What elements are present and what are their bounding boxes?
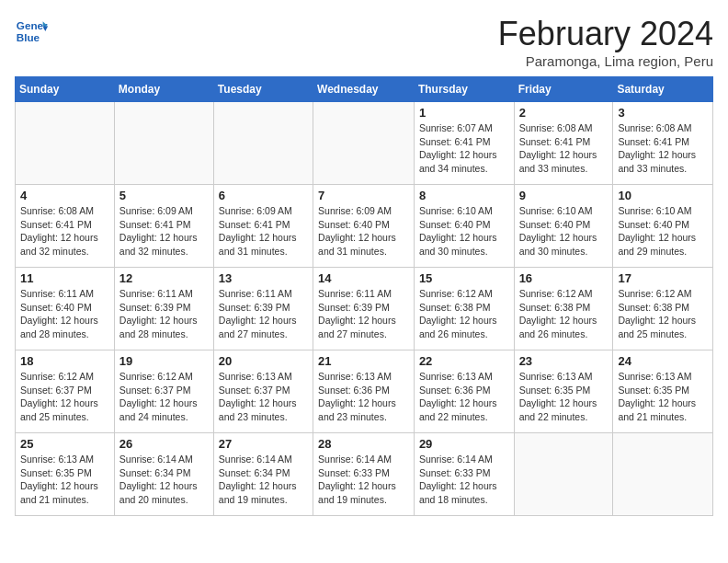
day-info: Sunrise: 6:10 AM Sunset: 6:40 PM Dayligh… <box>618 204 708 259</box>
day-number: 27 <box>219 437 308 451</box>
calendar-cell: 6Sunrise: 6:09 AM Sunset: 6:41 PM Daylig… <box>213 185 313 268</box>
calendar-cell <box>114 102 213 185</box>
day-number: 21 <box>318 354 409 368</box>
calendar-cell: 21Sunrise: 6:13 AM Sunset: 6:36 PM Dayli… <box>313 350 415 433</box>
calendar-cell: 5Sunrise: 6:09 AM Sunset: 6:41 PM Daylig… <box>114 185 213 268</box>
calendar-cell: 17Sunrise: 6:12 AM Sunset: 6:38 PM Dayli… <box>613 268 713 350</box>
day-number: 7 <box>318 189 409 202</box>
day-number: 20 <box>219 354 308 368</box>
day-number: 11 <box>20 271 109 285</box>
day-number: 10 <box>618 189 708 202</box>
calendar-cell: 2Sunrise: 6:08 AM Sunset: 6:41 PM Daylig… <box>514 102 613 185</box>
day-number: 28 <box>318 437 409 451</box>
calendar-cell: 28Sunrise: 6:14 AM Sunset: 6:33 PM Dayli… <box>313 433 415 516</box>
calendar-cell: 15Sunrise: 6:12 AM Sunset: 6:38 PM Dayli… <box>414 268 514 350</box>
calendar-cell: 9Sunrise: 6:10 AM Sunset: 6:40 PM Daylig… <box>514 185 613 268</box>
calendar-week-row: 18Sunrise: 6:12 AM Sunset: 6:37 PM Dayli… <box>16 350 713 433</box>
day-number: 14 <box>318 271 409 285</box>
day-info: Sunrise: 6:14 AM Sunset: 6:33 PM Dayligh… <box>318 453 409 507</box>
day-number: 15 <box>419 271 509 285</box>
calendar-week-row: 4Sunrise: 6:08 AM Sunset: 6:41 PM Daylig… <box>16 185 713 268</box>
day-info: Sunrise: 6:14 AM Sunset: 6:33 PM Dayligh… <box>419 453 509 507</box>
calendar-table: SundayMondayTuesdayWednesdayThursdayFrid… <box>15 76 713 516</box>
day-info: Sunrise: 6:13 AM Sunset: 6:35 PM Dayligh… <box>618 370 708 424</box>
logo-icon: General Blue <box>15 15 48 48</box>
day-number: 6 <box>219 189 308 202</box>
calendar-cell: 27Sunrise: 6:14 AM Sunset: 6:34 PM Dayli… <box>213 433 313 516</box>
day-info: Sunrise: 6:13 AM Sunset: 6:35 PM Dayligh… <box>20 453 109 507</box>
page-header: General Blue February 2024 Paramonga, Li… <box>15 15 713 69</box>
day-info: Sunrise: 6:13 AM Sunset: 6:35 PM Dayligh… <box>519 370 609 424</box>
calendar-cell: 4Sunrise: 6:08 AM Sunset: 6:41 PM Daylig… <box>16 185 115 268</box>
calendar-cell: 25Sunrise: 6:13 AM Sunset: 6:35 PM Dayli… <box>16 433 115 516</box>
day-number: 4 <box>20 189 109 202</box>
day-info: Sunrise: 6:09 AM Sunset: 6:41 PM Dayligh… <box>119 204 209 259</box>
calendar-cell: 22Sunrise: 6:13 AM Sunset: 6:36 PM Dayli… <box>414 350 514 433</box>
day-number: 18 <box>20 354 109 368</box>
day-info: Sunrise: 6:14 AM Sunset: 6:34 PM Dayligh… <box>119 453 209 507</box>
calendar-cell <box>514 433 613 516</box>
day-number: 16 <box>519 271 609 285</box>
day-info: Sunrise: 6:07 AM Sunset: 6:41 PM Dayligh… <box>419 121 509 176</box>
calendar-cell: 8Sunrise: 6:10 AM Sunset: 6:40 PM Daylig… <box>414 185 514 268</box>
calendar-cell <box>613 433 713 516</box>
calendar-cell <box>213 102 313 185</box>
calendar-cell: 19Sunrise: 6:12 AM Sunset: 6:37 PM Dayli… <box>114 350 213 433</box>
day-info: Sunrise: 6:08 AM Sunset: 6:41 PM Dayligh… <box>20 204 109 259</box>
day-info: Sunrise: 6:12 AM Sunset: 6:37 PM Dayligh… <box>20 370 109 424</box>
day-number: 24 <box>618 354 708 368</box>
day-number: 19 <box>119 354 209 368</box>
calendar-cell: 26Sunrise: 6:14 AM Sunset: 6:34 PM Dayli… <box>114 433 213 516</box>
weekday-header-monday: Monday <box>114 77 213 102</box>
day-number: 8 <box>419 189 509 202</box>
calendar-week-row: 1Sunrise: 6:07 AM Sunset: 6:41 PM Daylig… <box>16 102 713 185</box>
day-info: Sunrise: 6:10 AM Sunset: 6:40 PM Dayligh… <box>419 204 509 259</box>
day-number: 26 <box>119 437 209 451</box>
calendar-cell: 13Sunrise: 6:11 AM Sunset: 6:39 PM Dayli… <box>213 268 313 350</box>
calendar-cell <box>313 102 415 185</box>
day-info: Sunrise: 6:12 AM Sunset: 6:38 PM Dayligh… <box>519 287 609 341</box>
calendar-cell: 29Sunrise: 6:14 AM Sunset: 6:33 PM Dayli… <box>414 433 514 516</box>
weekday-header-friday: Friday <box>514 77 613 102</box>
calendar-cell: 20Sunrise: 6:13 AM Sunset: 6:37 PM Dayli… <box>213 350 313 433</box>
svg-text:Blue: Blue <box>17 31 40 43</box>
calendar-cell: 23Sunrise: 6:13 AM Sunset: 6:35 PM Dayli… <box>514 350 613 433</box>
day-info: Sunrise: 6:14 AM Sunset: 6:34 PM Dayligh… <box>219 453 308 507</box>
calendar-cell: 7Sunrise: 6:09 AM Sunset: 6:40 PM Daylig… <box>313 185 415 268</box>
day-number: 3 <box>618 106 708 120</box>
calendar-header-row: SundayMondayTuesdayWednesdayThursdayFrid… <box>16 77 713 102</box>
day-info: Sunrise: 6:11 AM Sunset: 6:39 PM Dayligh… <box>318 287 409 341</box>
month-title: February 2024 <box>498 15 713 53</box>
day-info: Sunrise: 6:13 AM Sunset: 6:36 PM Dayligh… <box>419 370 509 424</box>
calendar-week-row: 11Sunrise: 6:11 AM Sunset: 6:40 PM Dayli… <box>16 268 713 350</box>
day-info: Sunrise: 6:11 AM Sunset: 6:40 PM Dayligh… <box>20 287 109 341</box>
weekday-header-wednesday: Wednesday <box>313 77 415 102</box>
day-number: 23 <box>519 354 609 368</box>
day-number: 9 <box>519 189 609 202</box>
day-number: 1 <box>419 106 509 120</box>
weekday-header-thursday: Thursday <box>414 77 514 102</box>
weekday-header-tuesday: Tuesday <box>213 77 313 102</box>
logo: General Blue <box>15 15 48 48</box>
day-info: Sunrise: 6:13 AM Sunset: 6:37 PM Dayligh… <box>219 370 308 424</box>
day-info: Sunrise: 6:09 AM Sunset: 6:41 PM Dayligh… <box>219 204 308 259</box>
calendar-cell: 3Sunrise: 6:08 AM Sunset: 6:41 PM Daylig… <box>613 102 713 185</box>
day-info: Sunrise: 6:12 AM Sunset: 6:38 PM Dayligh… <box>419 287 509 341</box>
calendar-cell: 10Sunrise: 6:10 AM Sunset: 6:40 PM Dayli… <box>613 185 713 268</box>
day-number: 25 <box>20 437 109 451</box>
day-info: Sunrise: 6:09 AM Sunset: 6:40 PM Dayligh… <box>318 204 409 259</box>
day-info: Sunrise: 6:13 AM Sunset: 6:36 PM Dayligh… <box>318 370 409 424</box>
calendar-cell: 18Sunrise: 6:12 AM Sunset: 6:37 PM Dayli… <box>16 350 115 433</box>
day-number: 29 <box>419 437 509 451</box>
day-number: 22 <box>419 354 509 368</box>
day-info: Sunrise: 6:08 AM Sunset: 6:41 PM Dayligh… <box>618 121 708 176</box>
day-number: 5 <box>119 189 209 202</box>
title-area: February 2024 Paramonga, Lima region, Pe… <box>498 15 713 69</box>
day-number: 12 <box>119 271 209 285</box>
day-number: 13 <box>219 271 308 285</box>
day-info: Sunrise: 6:11 AM Sunset: 6:39 PM Dayligh… <box>119 287 209 341</box>
location-title: Paramonga, Lima region, Peru <box>498 53 713 69</box>
day-info: Sunrise: 6:12 AM Sunset: 6:38 PM Dayligh… <box>618 287 708 341</box>
weekday-header-saturday: Saturday <box>613 77 713 102</box>
calendar-week-row: 25Sunrise: 6:13 AM Sunset: 6:35 PM Dayli… <box>16 433 713 516</box>
